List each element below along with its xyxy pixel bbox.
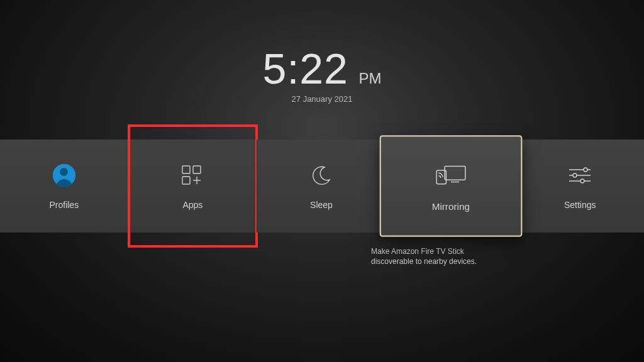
tile-label: Mirroring bbox=[431, 201, 469, 212]
settings-row: Profiles Apps Sleep bbox=[0, 140, 644, 233]
tile-label: Apps bbox=[182, 200, 203, 210]
svg-rect-1 bbox=[193, 166, 201, 173]
tile-profiles[interactable]: Profiles bbox=[0, 140, 128, 233]
profile-icon bbox=[53, 162, 75, 189]
sliders-icon bbox=[567, 162, 592, 189]
tile-label: Settings bbox=[564, 200, 596, 210]
tile-label: Profiles bbox=[49, 200, 79, 210]
svg-rect-0 bbox=[182, 166, 190, 173]
tile-mirroring[interactable]: Mirroring bbox=[379, 135, 521, 236]
tile-sleep[interactable]: Sleep bbox=[257, 140, 386, 233]
clock-date: 27 January 2021 bbox=[0, 94, 644, 104]
help-text-mirroring: Make Amazon Fire TV Stick discoverable t… bbox=[371, 246, 497, 266]
svg-point-13 bbox=[580, 179, 584, 183]
tile-label: Sleep bbox=[310, 200, 333, 210]
mirroring-icon bbox=[433, 160, 468, 189]
svg-point-11 bbox=[573, 173, 577, 177]
clock-meridiem: PM bbox=[358, 70, 381, 87]
svg-rect-2 bbox=[182, 177, 190, 184]
tile-settings[interactable]: Settings bbox=[516, 140, 644, 233]
clock-time: 5:22 bbox=[263, 44, 348, 93]
svg-rect-5 bbox=[445, 166, 465, 180]
svg-point-9 bbox=[584, 168, 587, 172]
apps-icon bbox=[180, 162, 204, 189]
moon-icon bbox=[311, 162, 332, 189]
clock: 5:22 PM 27 January 2021 bbox=[0, 44, 644, 104]
tile-apps[interactable]: Apps bbox=[128, 140, 257, 233]
